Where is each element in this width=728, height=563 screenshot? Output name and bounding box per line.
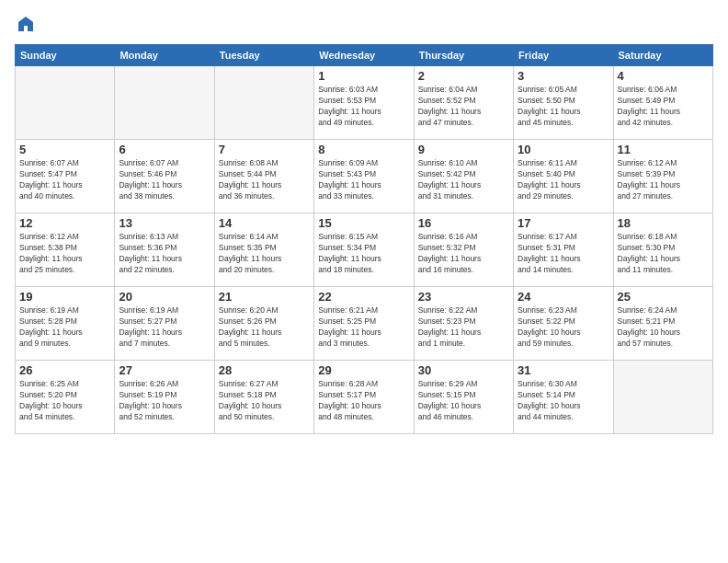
- day-info: Sunrise: 6:09 AMSunset: 5:43 PMDaylight:…: [318, 158, 409, 202]
- day-cell-4: 4Sunrise: 6:06 AMSunset: 5:49 PMDaylight…: [613, 66, 712, 140]
- day-cell-30: 30Sunrise: 6:29 AMSunset: 5:15 PMDayligh…: [414, 361, 513, 434]
- weekday-header-friday: Friday: [514, 45, 613, 66]
- day-info: Sunrise: 6:20 AMSunset: 5:26 PMDaylight:…: [219, 305, 310, 350]
- day-cell-24: 24Sunrise: 6:23 AMSunset: 5:22 PMDayligh…: [514, 287, 613, 361]
- day-cell-18: 18Sunrise: 6:18 AMSunset: 5:30 PMDayligh…: [613, 213, 712, 287]
- weekday-header-wednesday: Wednesday: [314, 45, 414, 66]
- day-info: Sunrise: 6:23 AMSunset: 5:22 PMDaylight:…: [518, 305, 609, 350]
- day-cell-21: 21Sunrise: 6:20 AMSunset: 5:26 PMDayligh…: [214, 287, 313, 361]
- calendar-container: SundayMondayTuesdayWednesdayThursdayFrid…: [0, 0, 728, 563]
- day-number: 8: [318, 143, 409, 156]
- day-info: Sunrise: 6:11 AMSunset: 5:40 PMDaylight:…: [518, 158, 609, 202]
- logo: [15, 15, 35, 33]
- day-number: 22: [318, 290, 409, 304]
- logo-icon: [17, 15, 35, 33]
- day-info: Sunrise: 6:13 AMSunset: 5:36 PMDaylight:…: [119, 232, 210, 276]
- day-cell-12: 12Sunrise: 6:12 AMSunset: 5:38 PMDayligh…: [16, 213, 115, 287]
- week-row-2: 5Sunrise: 6:07 AMSunset: 5:47 PMDaylight…: [16, 140, 713, 213]
- day-info: Sunrise: 6:29 AMSunset: 5:15 PMDaylight:…: [418, 379, 509, 423]
- day-number: 20: [119, 290, 210, 304]
- day-number: 29: [318, 363, 409, 377]
- weekday-header-row: SundayMondayTuesdayWednesdayThursdayFrid…: [16, 45, 713, 66]
- day-info: Sunrise: 6:14 AMSunset: 5:35 PMDaylight:…: [219, 232, 310, 276]
- day-info: Sunrise: 6:28 AMSunset: 5:17 PMDaylight:…: [318, 379, 409, 423]
- day-number: 31: [518, 363, 609, 377]
- week-row-3: 12Sunrise: 6:12 AMSunset: 5:38 PMDayligh…: [16, 213, 713, 287]
- day-info: Sunrise: 6:19 AMSunset: 5:27 PMDaylight:…: [119, 305, 210, 350]
- day-info: Sunrise: 6:22 AMSunset: 5:23 PMDaylight:…: [418, 305, 509, 350]
- day-info: Sunrise: 6:17 AMSunset: 5:31 PMDaylight:…: [518, 232, 609, 276]
- day-number: 25: [618, 290, 709, 304]
- day-cell-10: 10Sunrise: 6:11 AMSunset: 5:40 PMDayligh…: [514, 140, 613, 213]
- calendar-table: SundayMondayTuesdayWednesdayThursdayFrid…: [15, 44, 713, 434]
- empty-cell: [613, 361, 712, 434]
- day-number: 17: [518, 216, 609, 230]
- day-number: 24: [518, 290, 609, 304]
- day-cell-14: 14Sunrise: 6:14 AMSunset: 5:35 PMDayligh…: [214, 213, 313, 287]
- weekday-header-saturday: Saturday: [613, 45, 712, 66]
- day-number: 13: [119, 216, 210, 230]
- day-info: Sunrise: 6:12 AMSunset: 5:38 PMDaylight:…: [19, 232, 110, 276]
- day-info: Sunrise: 6:16 AMSunset: 5:32 PMDaylight:…: [418, 232, 509, 276]
- day-number: 26: [19, 363, 110, 377]
- day-cell-16: 16Sunrise: 6:16 AMSunset: 5:32 PMDayligh…: [414, 213, 513, 287]
- day-info: Sunrise: 6:24 AMSunset: 5:21 PMDaylight:…: [618, 305, 709, 350]
- weekday-header-tuesday: Tuesday: [214, 45, 313, 66]
- day-number: 7: [219, 143, 310, 156]
- empty-cell: [115, 66, 214, 140]
- week-row-4: 19Sunrise: 6:19 AMSunset: 5:28 PMDayligh…: [16, 287, 713, 361]
- day-cell-1: 1Sunrise: 6:03 AMSunset: 5:53 PMDaylight…: [314, 66, 414, 140]
- header: [15, 15, 713, 33]
- day-cell-17: 17Sunrise: 6:17 AMSunset: 5:31 PMDayligh…: [514, 213, 613, 287]
- day-number: 2: [418, 69, 509, 83]
- day-cell-28: 28Sunrise: 6:27 AMSunset: 5:18 PMDayligh…: [214, 361, 313, 434]
- day-info: Sunrise: 6:25 AMSunset: 5:20 PMDaylight:…: [19, 379, 110, 423]
- day-cell-5: 5Sunrise: 6:07 AMSunset: 5:47 PMDaylight…: [16, 140, 115, 213]
- day-info: Sunrise: 6:26 AMSunset: 5:19 PMDaylight:…: [119, 379, 210, 423]
- day-cell-25: 25Sunrise: 6:24 AMSunset: 5:21 PMDayligh…: [613, 287, 712, 361]
- day-number: 28: [219, 363, 310, 377]
- day-info: Sunrise: 6:27 AMSunset: 5:18 PMDaylight:…: [219, 379, 310, 423]
- day-cell-8: 8Sunrise: 6:09 AMSunset: 5:43 PMDaylight…: [314, 140, 414, 213]
- day-info: Sunrise: 6:04 AMSunset: 5:52 PMDaylight:…: [418, 85, 509, 129]
- day-info: Sunrise: 6:07 AMSunset: 5:47 PMDaylight:…: [19, 158, 110, 202]
- day-cell-13: 13Sunrise: 6:13 AMSunset: 5:36 PMDayligh…: [115, 213, 214, 287]
- empty-cell: [214, 66, 313, 140]
- day-cell-26: 26Sunrise: 6:25 AMSunset: 5:20 PMDayligh…: [16, 361, 115, 434]
- day-number: 3: [518, 69, 609, 83]
- day-number: 16: [418, 216, 509, 230]
- day-info: Sunrise: 6:21 AMSunset: 5:25 PMDaylight:…: [318, 305, 409, 350]
- weekday-header-thursday: Thursday: [414, 45, 513, 66]
- day-info: Sunrise: 6:06 AMSunset: 5:49 PMDaylight:…: [618, 85, 709, 129]
- day-cell-20: 20Sunrise: 6:19 AMSunset: 5:27 PMDayligh…: [115, 287, 214, 361]
- day-cell-19: 19Sunrise: 6:19 AMSunset: 5:28 PMDayligh…: [16, 287, 115, 361]
- empty-cell: [16, 66, 115, 140]
- day-number: 23: [418, 290, 509, 304]
- day-info: Sunrise: 6:30 AMSunset: 5:14 PMDaylight:…: [518, 379, 609, 423]
- day-number: 10: [518, 143, 609, 156]
- day-cell-22: 22Sunrise: 6:21 AMSunset: 5:25 PMDayligh…: [314, 287, 414, 361]
- day-cell-15: 15Sunrise: 6:15 AMSunset: 5:34 PMDayligh…: [314, 213, 414, 287]
- day-cell-6: 6Sunrise: 6:07 AMSunset: 5:46 PMDaylight…: [115, 140, 214, 213]
- day-number: 6: [119, 143, 210, 156]
- day-number: 21: [219, 290, 310, 304]
- day-info: Sunrise: 6:12 AMSunset: 5:39 PMDaylight:…: [618, 158, 709, 202]
- day-number: 18: [618, 216, 709, 230]
- week-row-5: 26Sunrise: 6:25 AMSunset: 5:20 PMDayligh…: [16, 361, 713, 434]
- day-info: Sunrise: 6:10 AMSunset: 5:42 PMDaylight:…: [418, 158, 509, 202]
- day-info: Sunrise: 6:08 AMSunset: 5:44 PMDaylight:…: [219, 158, 310, 202]
- day-cell-2: 2Sunrise: 6:04 AMSunset: 5:52 PMDaylight…: [414, 66, 513, 140]
- day-number: 5: [19, 143, 110, 156]
- day-number: 27: [119, 363, 210, 377]
- day-info: Sunrise: 6:15 AMSunset: 5:34 PMDaylight:…: [318, 232, 409, 276]
- day-info: Sunrise: 6:03 AMSunset: 5:53 PMDaylight:…: [318, 85, 409, 129]
- day-cell-31: 31Sunrise: 6:30 AMSunset: 5:14 PMDayligh…: [514, 361, 613, 434]
- day-number: 11: [618, 143, 709, 156]
- day-number: 19: [19, 290, 110, 304]
- day-cell-27: 27Sunrise: 6:26 AMSunset: 5:19 PMDayligh…: [115, 361, 214, 434]
- weekday-header-sunday: Sunday: [16, 45, 115, 66]
- day-number: 12: [19, 216, 110, 230]
- day-cell-7: 7Sunrise: 6:08 AMSunset: 5:44 PMDaylight…: [214, 140, 313, 213]
- week-row-1: 1Sunrise: 6:03 AMSunset: 5:53 PMDaylight…: [16, 66, 713, 140]
- day-info: Sunrise: 6:19 AMSunset: 5:28 PMDaylight:…: [19, 305, 110, 350]
